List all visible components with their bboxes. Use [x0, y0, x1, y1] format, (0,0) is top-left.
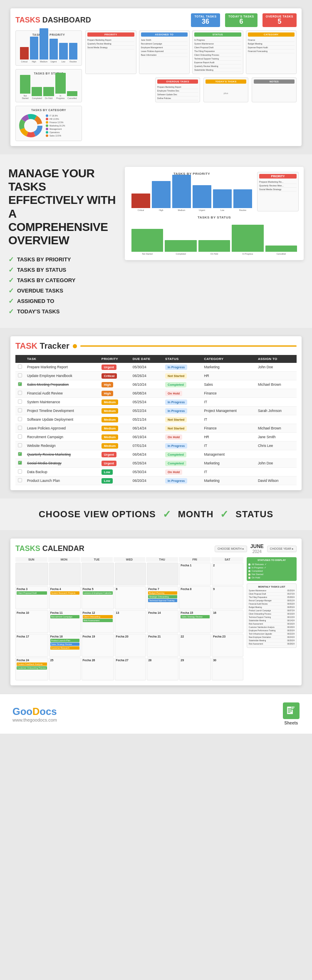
task-checkbox[interactable]	[15, 442, 25, 450]
cal-cell[interactable]: Fecha 8	[179, 586, 211, 609]
cal-cell[interactable]: Fecha 1	[179, 563, 211, 586]
task-checkbox[interactable]	[15, 415, 25, 424]
checkbox-unchecked[interactable]	[18, 443, 22, 447]
choose-month-btn[interactable]: CHOOSE MONTH ▸	[215, 546, 247, 552]
cal-cell[interactable]: Fecha 12Client OnboardingWeb Assessment	[82, 610, 114, 633]
task-due-date: 05/25/24	[130, 398, 163, 407]
choose-year-btn[interactable]: CHOOSE YEAR ▸	[267, 546, 297, 552]
cal-cell[interactable]: Fecha 20	[115, 634, 146, 657]
task-checkbox[interactable]	[15, 424, 25, 433]
task-checkbox[interactable]	[15, 389, 25, 398]
checkbox-checked[interactable]	[18, 452, 22, 456]
cal-cell[interactable]: Fecha 3Client Proposal Draft	[15, 586, 48, 609]
cal-cell[interactable]: Fecha 5Lorenzo & Employee Calendar	[82, 586, 114, 609]
task-checkbox[interactable]	[15, 407, 25, 415]
cal-cell[interactable]: 22	[179, 634, 211, 657]
cal-cell[interactable]: Fecha 10	[15, 610, 48, 633]
cal-cell-date: 29	[181, 659, 210, 662]
cal-cell[interactable]: 2	[212, 563, 243, 586]
checkbox-checked[interactable]	[18, 382, 22, 386]
checkbox-unchecked[interactable]	[18, 417, 22, 421]
cal-day-fri: FRI	[179, 557, 211, 562]
cal-cell[interactable]: Fecha 24Custom Feedback AnalysisCustomer…	[15, 657, 48, 680]
cal-cell[interactable]: 28	[147, 657, 178, 680]
task-checkbox[interactable]	[15, 468, 25, 476]
cal-cell[interactable]: 9	[212, 586, 243, 609]
checkbox-unchecked[interactable]	[18, 478, 22, 482]
task-category: HR	[201, 372, 255, 380]
task-category: Finance	[201, 389, 255, 398]
cal-cell[interactable]: Fecha 14	[147, 610, 178, 633]
task-checkbox[interactable]	[15, 476, 25, 485]
cal-cell[interactable]: Fecha 27	[115, 657, 146, 680]
svg-rect-14	[292, 707, 295, 708]
task-checkbox[interactable]	[15, 398, 25, 407]
cal-cell[interactable]	[147, 563, 178, 586]
cal-cell[interactable]: Fecha 7Budget PlanningStrategic Onboardi…	[147, 586, 178, 609]
table-row: Software Update DeploymentMedium05/21/24…	[15, 415, 297, 424]
bar-urgent: Urgent	[50, 39, 58, 63]
checkbox-unchecked[interactable]	[18, 426, 22, 430]
cal-cell[interactable]: Fecha 26	[82, 657, 114, 680]
checkbox-unchecked[interactable]	[18, 408, 22, 412]
task-priority: Medium	[99, 415, 130, 424]
cal-cell[interactable]: 29	[179, 657, 211, 680]
cal-cell[interactable]: Fecha 21	[147, 634, 178, 657]
checkbox-unchecked[interactable]	[18, 365, 22, 369]
charts-column: TASKS BY PRIORITY Critical High Medium U…	[15, 30, 82, 141]
priority-badge: Medium	[102, 434, 118, 440]
task-status: On Hold	[163, 389, 201, 398]
task-assign: Michael Brown	[255, 424, 297, 433]
cal-cell-date: Fecha 12	[83, 611, 113, 614]
priority-badge: Medium	[102, 417, 118, 422]
checkbox-unchecked[interactable]	[18, 434, 22, 439]
dashboard-grid: TASKS BY PRIORITY Critical High Medium U…	[15, 30, 297, 141]
status-badge: On Hold	[165, 434, 182, 440]
donut-legend: IT 18.9% HR 13.5% Finance 13.5% Marketin…	[46, 114, 65, 137]
cal-task: Sales Strategy Review	[50, 643, 79, 646]
task-checkbox[interactable]	[15, 380, 25, 389]
cal-cell[interactable]: Fecha 11Recruitment Campaign	[49, 610, 81, 633]
task-checkbox[interactable]	[15, 450, 25, 459]
cal-cell-date: 25	[50, 659, 79, 662]
checkbox-unchecked[interactable]	[18, 469, 22, 474]
task-priority: Urgent	[99, 363, 130, 372]
task-name: Product Launch Plan	[25, 476, 99, 485]
tracker-table: TASK PRIORITY DUE DATE STATUS CATEGORY A…	[15, 355, 297, 485]
prev-bar-r	[233, 189, 252, 208]
cal-cell[interactable]	[82, 563, 114, 586]
cal-cell[interactable]: Fecha 17	[15, 634, 48, 657]
cal-cell[interactable]: Fecha 18Product Launch PlanSales Strateg…	[49, 634, 81, 657]
cal-cell[interactable]: 30	[212, 657, 243, 680]
task-checkbox[interactable]	[15, 363, 25, 372]
task-assign	[255, 415, 297, 424]
task-checkbox[interactable]	[15, 459, 25, 468]
cal-cell[interactable]: 13	[115, 610, 146, 633]
cal-cell[interactable]: 16	[212, 610, 243, 633]
list-item-task: The Filing Preparation	[249, 596, 267, 598]
checkbox-unchecked[interactable]	[18, 391, 22, 395]
legend-sales: Sales 13.5%	[46, 134, 65, 137]
cal-cell[interactable]: Fecha 4System Research Projects	[49, 586, 81, 609]
cal-cell[interactable]	[15, 563, 48, 586]
checkbox-unchecked[interactable]	[18, 399, 22, 404]
assigned-item-5: Base Information	[141, 53, 188, 57]
task-checkbox[interactable]	[15, 433, 25, 442]
cal-cell-date: 30	[213, 659, 242, 662]
cal-cell[interactable]: 25	[49, 657, 81, 680]
checkbox-unchecked[interactable]	[18, 373, 22, 377]
status-col: STATUS In Progress System Maintenance Cl…	[192, 30, 243, 74]
cal-cell[interactable]	[115, 563, 146, 586]
priority-badge: Medium	[102, 408, 118, 414]
task-checkbox[interactable]	[15, 372, 25, 380]
cal-cell[interactable]: Fecha 15Sales Strategy Review	[179, 610, 211, 633]
category-chart-box: TASKS BY CATEGORY IT 18.9% HR 13.5%	[15, 106, 82, 141]
list-item-task: Stakeholder Meeting	[249, 640, 266, 642]
dot-ops	[46, 131, 48, 134]
checkbox-checked[interactable]	[18, 461, 22, 465]
cal-cell[interactable]: 6	[115, 586, 146, 609]
cal-cell[interactable]	[49, 563, 81, 586]
cal-cell[interactable]: Fecha 23	[212, 634, 243, 657]
task-due-date: 06/20/24	[130, 476, 163, 485]
cal-cell[interactable]: Fecha 19	[82, 634, 114, 657]
